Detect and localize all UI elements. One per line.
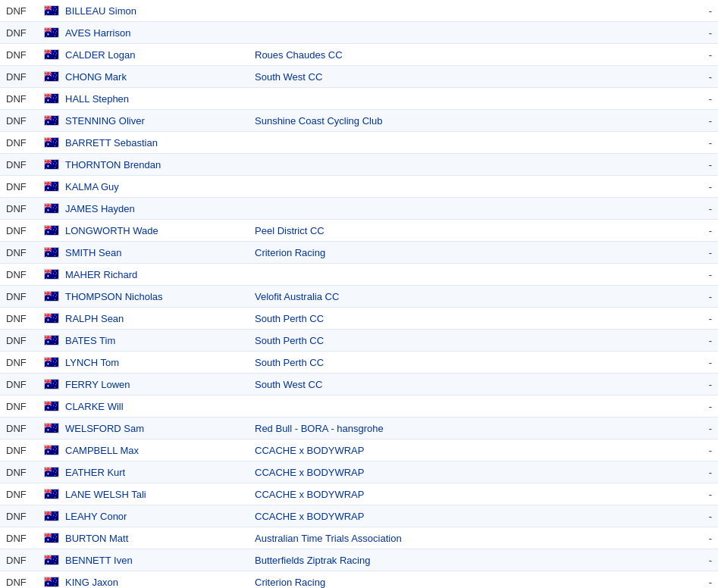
team-cell: Sunshine Coast Cycling Club bbox=[255, 115, 689, 127]
result-cell: - bbox=[689, 291, 712, 302]
table-row: DNF CALDER Logan Roues Chaudes CC - bbox=[0, 44, 718, 66]
status-cell: DNF bbox=[6, 555, 44, 566]
flag-cell bbox=[44, 181, 65, 192]
status-cell: DNF bbox=[6, 93, 44, 105]
name-cell: LANE WELSH Tali bbox=[65, 489, 255, 500]
name-cell: RALPH Sean bbox=[65, 313, 255, 324]
table-row: DNF HALL Stephen - bbox=[0, 88, 718, 110]
team-cell: South West CC bbox=[255, 71, 689, 83]
table-row: DNF CAMPBELL Max CCACHE x BODYWRAP - bbox=[0, 439, 718, 461]
status-cell: DNF bbox=[6, 269, 44, 280]
table-row: DNF RALPH Sean South Perth CC - bbox=[0, 308, 718, 330]
table-row: DNF BATES Tim South Perth CC - bbox=[0, 330, 718, 352]
status-cell: DNF bbox=[6, 313, 44, 324]
table-row: DNF EATHER Kurt CCACHE x BODYWRAP - bbox=[0, 461, 718, 483]
flag-cell bbox=[44, 445, 65, 455]
table-row: DNF MAHER Richard - bbox=[0, 264, 718, 286]
status-cell: DNF bbox=[6, 5, 44, 17]
results-table: DNF BILLEAU Simon - DNF AVES Harrison - … bbox=[0, 0, 718, 588]
flag-icon bbox=[44, 489, 59, 499]
table-row: DNF JAMES Hayden - bbox=[0, 198, 718, 220]
status-cell: DNF bbox=[6, 533, 44, 544]
flag-icon bbox=[44, 511, 59, 521]
flag-icon bbox=[44, 533, 59, 543]
result-cell: - bbox=[689, 159, 712, 170]
result-cell: - bbox=[689, 49, 712, 61]
result-cell: - bbox=[689, 533, 712, 544]
flag-cell bbox=[44, 159, 65, 170]
flag-icon bbox=[44, 71, 59, 82]
table-row: DNF SMITH Sean Criterion Racing - bbox=[0, 242, 718, 264]
flag-cell bbox=[44, 401, 65, 411]
flag-icon bbox=[44, 181, 59, 192]
table-row: DNF BARRETT Sebastian - bbox=[0, 132, 718, 154]
flag-cell bbox=[44, 489, 65, 499]
team-cell: Velofit Australia CC bbox=[255, 291, 689, 302]
team-cell: CCACHE x BODYWRAP bbox=[255, 467, 689, 478]
table-row: DNF THORNTON Brendan - bbox=[0, 154, 718, 176]
flag-icon bbox=[44, 27, 59, 38]
flag-icon bbox=[44, 335, 59, 346]
status-cell: DNF bbox=[6, 423, 44, 434]
flag-icon bbox=[44, 577, 59, 587]
name-cell: THORNTON Brendan bbox=[65, 159, 255, 170]
status-cell: DNF bbox=[6, 225, 44, 236]
name-cell: LONGWORTH Wade bbox=[65, 225, 255, 236]
name-cell: STENNING Oliver bbox=[65, 115, 255, 127]
name-cell: BATES Tim bbox=[65, 335, 255, 346]
result-cell: - bbox=[689, 335, 712, 346]
flag-cell bbox=[44, 5, 65, 16]
flag-cell bbox=[44, 313, 65, 324]
table-row: DNF LEAHY Conor CCACHE x BODYWRAP - bbox=[0, 505, 718, 527]
flag-cell bbox=[44, 423, 65, 433]
team-cell: South Perth CC bbox=[255, 313, 689, 324]
table-row: DNF KING Jaxon Criterion Racing - bbox=[0, 571, 718, 588]
name-cell: SMITH Sean bbox=[65, 247, 255, 258]
flag-icon bbox=[44, 269, 59, 280]
team-cell: Criterion Racing bbox=[255, 577, 689, 588]
table-row: DNF KALMA Guy - bbox=[0, 176, 718, 198]
table-row: DNF LANE WELSH Tali CCACHE x BODYWRAP - bbox=[0, 483, 718, 505]
flag-icon bbox=[44, 93, 59, 104]
name-cell: HALL Stephen bbox=[65, 93, 255, 105]
name-cell: CAMPBELL Max bbox=[65, 445, 255, 456]
table-row: DNF THOMPSON Nicholas Velofit Australia … bbox=[0, 286, 718, 308]
flag-cell bbox=[44, 291, 65, 302]
table-row: DNF STENNING Oliver Sunshine Coast Cycli… bbox=[0, 110, 718, 132]
name-cell: CALDER Logan bbox=[65, 49, 255, 61]
result-cell: - bbox=[689, 269, 712, 280]
team-cell: Peel District CC bbox=[255, 225, 689, 236]
result-cell: - bbox=[689, 137, 712, 149]
flag-icon bbox=[44, 225, 59, 236]
team-cell: CCACHE x BODYWRAP bbox=[255, 445, 689, 456]
table-row: DNF FERRY Lowen South West CC - bbox=[0, 374, 718, 396]
flag-cell bbox=[44, 511, 65, 521]
flag-cell bbox=[44, 555, 65, 565]
result-cell: - bbox=[689, 489, 712, 500]
flag-icon bbox=[44, 159, 59, 170]
team-cell: CCACHE x BODYWRAP bbox=[255, 489, 689, 500]
flag-icon bbox=[44, 313, 59, 324]
result-cell: - bbox=[689, 357, 712, 368]
team-cell: South Perth CC bbox=[255, 357, 689, 368]
name-cell: KALMA Guy bbox=[65, 181, 255, 192]
table-row: DNF LONGWORTH Wade Peel District CC - bbox=[0, 220, 718, 242]
name-cell: BURTON Matt bbox=[65, 533, 255, 544]
status-cell: DNF bbox=[6, 203, 44, 214]
flag-cell bbox=[44, 335, 65, 346]
result-cell: - bbox=[689, 203, 712, 214]
table-row: DNF AVES Harrison - bbox=[0, 22, 718, 44]
status-cell: DNF bbox=[6, 115, 44, 127]
flag-cell bbox=[44, 467, 65, 477]
result-cell: - bbox=[689, 467, 712, 478]
result-cell: - bbox=[689, 555, 712, 566]
result-cell: - bbox=[689, 247, 712, 258]
flag-cell bbox=[44, 27, 65, 38]
result-cell: - bbox=[689, 577, 712, 588]
flag-cell bbox=[44, 203, 65, 214]
flag-icon bbox=[44, 247, 59, 258]
flag-icon bbox=[44, 203, 59, 214]
status-cell: DNF bbox=[6, 49, 44, 61]
flag-cell bbox=[44, 357, 65, 368]
flag-icon bbox=[44, 445, 59, 455]
